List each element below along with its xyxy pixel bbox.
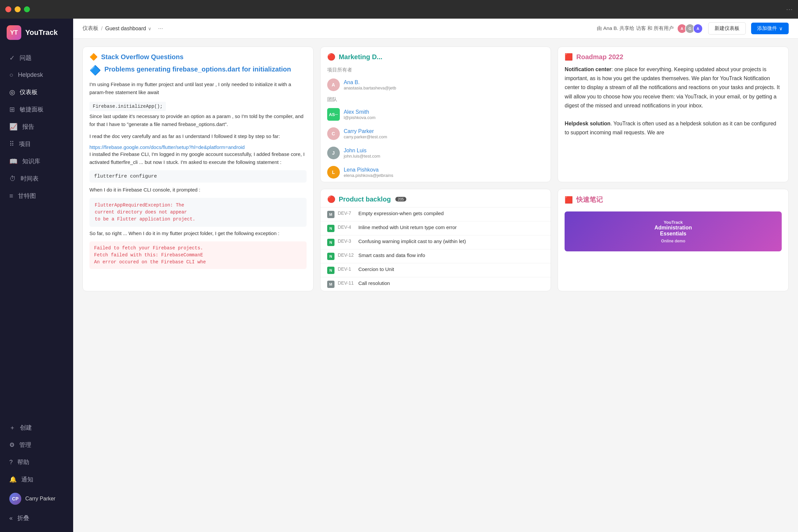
sidebar-item-timetrack[interactable]: ⏱ 时间表 — [3, 170, 71, 187]
mk-info-carry: Carry Parker carry.parker@test.com — [344, 128, 387, 139]
backlog-item-dev12[interactable]: N DEV-12 Smart casts and data flow info — [321, 249, 551, 263]
backlog-item-dev1[interactable]: N DEV-1 Coercion to Unit — [321, 263, 551, 277]
breadcrumb-root[interactable]: 仪表板 — [82, 25, 98, 32]
mk-name-alex[interactable]: Alex Smith — [344, 109, 376, 115]
nav-items: ✓ 问题 ○ Helpdesk ◎ 仪表板 ⊞ 敏捷面板 📈 报告 ⠿ 项目 — [0, 46, 73, 419]
widget-header-so: 🔶 Stack Overflow Questions — [83, 47, 313, 65]
circle-icon: ○ — [9, 71, 13, 79]
widget-title-marketing: Marketing D... — [339, 53, 382, 61]
avatar: CP — [9, 493, 21, 505]
mk-section-team: 团队 — [321, 94, 551, 105]
backlog-item-dev7[interactable]: M DEV-7 Empty expression-when gets compi… — [321, 207, 551, 221]
mk-section-owner: 项目所有者 — [321, 65, 551, 75]
backlog-id-dev3: DEV-3 — [338, 239, 355, 244]
so-error-block2: Failed to fetch your Firebase projects. … — [90, 241, 307, 269]
widget-backlog: 🔴 Product backlog 205 M DEV-7 Empty expr… — [320, 189, 551, 291]
collapse-button[interactable]: « 折叠 — [3, 509, 71, 527]
sidebar-item-gantt[interactable]: ≡ 甘特图 — [3, 187, 71, 205]
mk-avatar-carry: C — [327, 127, 340, 140]
so-error1: FlutterAppRequiredException: The — [95, 202, 301, 209]
widget-title-roadmap: Roadmap 2022 — [576, 53, 623, 61]
sidebar-item-knowledge[interactable]: 📖 知识库 — [3, 153, 71, 170]
titlebar-right: ⋯ — [786, 5, 793, 13]
notifications-button[interactable]: 🔔 通知 — [3, 471, 71, 488]
backlog-item-dev4[interactable]: N DEV-4 Inline method with Unit return t… — [321, 221, 551, 235]
new-dashboard-button[interactable]: 新建仪表板 — [708, 22, 746, 35]
create-button[interactable]: ＋ 创建 — [3, 419, 71, 436]
sidebar-label-issues: 问题 — [20, 54, 32, 62]
collapse-label: 折叠 — [17, 514, 29, 522]
close-button[interactable] — [5, 6, 11, 12]
time-icon: ⏱ — [9, 175, 16, 183]
help-button[interactable]: ? 帮助 — [3, 454, 71, 471]
gantt-icon: ≡ — [9, 192, 13, 200]
chevron-down-icon: ∨ — [148, 26, 151, 31]
projects-icon: ⠿ — [9, 140, 14, 148]
backlog-item-dev3[interactable]: N DEV-3 Confusing warning implicit cast … — [321, 235, 551, 249]
so-body6: So far, so right ... When I do it in my … — [90, 229, 307, 238]
so-body3: I read the doc very carefully and as far… — [90, 132, 307, 140]
titlebar-menu-icon[interactable]: ⋯ — [786, 6, 793, 13]
mk-member-lena: L Lena Pishkova elena.pishkova@jetbrains — [321, 163, 551, 182]
backlog-desc-dev1: Coercion to Unit — [358, 266, 394, 272]
mk-info-ana: Ana B. anastasia.bartasheva@jetb — [344, 79, 396, 91]
stack-overflow-icon: 🔶 — [90, 53, 98, 61]
add-widget-button[interactable]: 添加微件 ∨ — [751, 23, 789, 34]
mk-name-ana[interactable]: Ana B. — [344, 79, 396, 86]
help-label: 帮助 — [17, 458, 29, 466]
sidebar-item-agile[interactable]: ⊞ 敏捷面板 — [3, 101, 71, 118]
sidebar-item-helpdesk[interactable]: ○ Helpdesk — [3, 66, 71, 83]
sidebar-item-issues[interactable]: ✓ 问题 — [3, 49, 71, 66]
sidebar-bottom: ＋ 创建 ⚙ 管理 ? 帮助 🔔 通知 CP Carry Parker « 折叠 — [0, 419, 73, 527]
sidebar-item-dashboard[interactable]: ◎ 仪表板 — [3, 83, 71, 101]
backlog-type-N3: N — [327, 253, 335, 260]
user-area[interactable]: CP Carry Parker — [3, 488, 71, 509]
backlog-id-dev1: DEV-1 — [338, 266, 355, 272]
maximize-button[interactable] — [24, 6, 30, 12]
sidebar-label-helpdesk: Helpdesk — [18, 72, 43, 78]
backlog-id-dev4: DEV-4 — [338, 225, 355, 230]
backlog-type-M: M — [327, 211, 335, 218]
dashboard-grid: 🔶 Stack Overflow Questions 🔷 Problems ge… — [73, 39, 798, 532]
widget-title-backlog: Product backlog — [339, 195, 391, 203]
backlog-item-dev11[interactable]: M DEV-11 Call resolution — [321, 277, 551, 291]
so-body1: I'm using Firebase in my flutter project… — [90, 80, 307, 96]
header-right: 由 Ana B. 共享给 访客 和 所有用户 A G A 新建仪表板 添加微件 … — [597, 22, 789, 35]
mk-name-carry[interactable]: Carry Parker — [344, 128, 387, 134]
plus-icon: ＋ — [9, 424, 15, 432]
logo-area[interactable]: YT YouTrack — [0, 19, 73, 46]
widget-stack-overflow: 🔶 Stack Overflow Questions 🔷 Problems ge… — [82, 46, 314, 291]
manage-label: 管理 — [19, 441, 31, 449]
sidebar: YT YouTrack ✓ 问题 ○ Helpdesk ◎ 仪表板 ⊞ 敏捷面板… — [0, 19, 73, 532]
so-error-line3: Fetch failed with this: FirebaseCommanE — [94, 252, 302, 259]
agile-icon: ⊞ — [9, 106, 15, 113]
header-more-icon[interactable]: ··· — [158, 25, 163, 32]
gear-icon: ⚙ — [9, 441, 15, 449]
manage-button[interactable]: ⚙ 管理 — [3, 436, 71, 454]
widget-header-quicknotes: 🟥 快速笔记 — [558, 189, 788, 208]
mk-name-john[interactable]: John Luis — [344, 148, 380, 154]
mk-email-alex: l@pishkova.com — [344, 115, 376, 120]
quicknotes-image: YouTrack AdministrationEssentials Online… — [565, 211, 782, 251]
sidebar-item-projects[interactable]: ⠿ 项目 — [3, 135, 71, 153]
so-body4: I installed the Firebase CLI, I'm logged… — [90, 150, 307, 166]
bell-icon: 🔔 — [9, 476, 17, 483]
so-content: 🔷 Problems generating firebase_options.d… — [83, 65, 313, 276]
backlog-desc-dev4: Inline method with Unit return type com … — [358, 225, 457, 230]
roadmap-icon: 🟥 — [565, 53, 573, 61]
sidebar-item-reports[interactable]: 📈 报告 — [3, 118, 71, 135]
backlog-id-dev7: DEV-7 — [338, 210, 355, 216]
mk-info-john: John Luis john.luis@test.com — [344, 148, 380, 158]
minimize-button[interactable] — [15, 6, 21, 12]
header-bar: 仪表板 / Guest dashboard ∨ ··· 由 Ana B. 共享给… — [73, 19, 798, 39]
backlog-items: M DEV-7 Empty expression-when gets compi… — [321, 207, 551, 291]
sidebar-label-dashboard: 仪表板 — [20, 88, 38, 96]
so-link[interactable]: https://firebase.google.com/docs/flutter… — [90, 144, 245, 150]
mk-name-lena[interactable]: Lena Pishkova — [344, 167, 393, 173]
so-question-title[interactable]: Problems generating firebase_options.dar… — [104, 65, 291, 74]
quicknotes-icon: 🟥 — [565, 196, 573, 204]
avatar-stack: A G A — [679, 24, 703, 34]
breadcrumb-current[interactable]: Guest dashboard ∨ — [105, 25, 151, 32]
window-controls[interactable] — [5, 6, 30, 12]
so-error2: current directory does not appear — [95, 209, 301, 216]
